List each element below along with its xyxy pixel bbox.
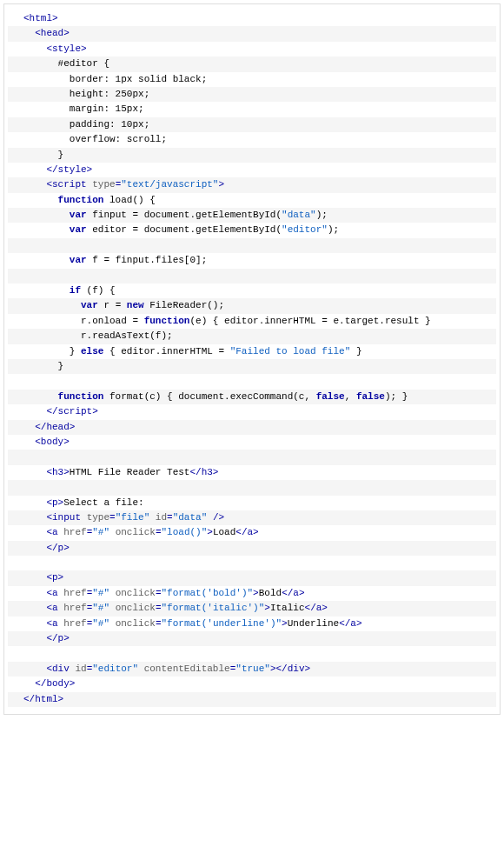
token-tag: <a	[46, 618, 63, 629]
code-line: <body>	[8, 435, 496, 450]
token-tag: </p>	[46, 633, 69, 643]
token-tag	[109, 618, 116, 629]
token-tag	[109, 588, 116, 598]
token-str: "format('bold')"	[161, 588, 253, 598]
code-line: </head>	[8, 420, 496, 435]
code-line: <script type="text/javascript">	[8, 177, 496, 192]
token-tag: >	[253, 588, 259, 598]
token-plain: FileReader();	[144, 300, 224, 310]
token-tag: <input	[46, 512, 86, 523]
token-str: "editor"	[282, 224, 328, 235]
code-line: <a href="#" onclick="format('italic')">I…	[8, 601, 496, 616]
token-tag: >	[207, 527, 213, 537]
token-tag: </p>	[46, 543, 69, 553]
code-line: if (f) {	[8, 283, 496, 298]
code-line: }	[8, 148, 496, 163]
token-attr: onclick	[116, 618, 156, 629]
token-tag: >	[270, 663, 276, 674]
token-plain: Italic	[270, 603, 305, 613]
code-line: }	[8, 359, 496, 374]
token-str: "format('italic')"	[161, 603, 264, 613]
code-line: <a href="#" onclick="format('bold')">Bol…	[8, 586, 496, 601]
token-tag: </a>	[305, 603, 328, 613]
code-line: </html>	[8, 692, 496, 707]
token-attr: onclick	[116, 588, 156, 598]
code-line	[8, 374, 496, 389]
token-tag: </body>	[35, 678, 75, 689]
token-tag: >	[264, 603, 270, 613]
code-line: <html>	[8, 11, 496, 26]
token-plain: (e) { editor.innerHTML = e.target.result…	[189, 316, 430, 326]
token-tag: <a	[46, 588, 63, 598]
token-str: "#"	[92, 618, 109, 629]
token-plain: Select a file:	[63, 497, 143, 508]
token-str: "#"	[92, 588, 109, 598]
token-kw: var	[81, 300, 98, 310]
token-plain: HTML File Reader Test	[70, 467, 190, 477]
token-tag: </a>	[339, 618, 361, 629]
token-plain: r.readAsText(f);	[81, 330, 173, 341]
token-tag: </script	[46, 406, 92, 417]
code-line: var r = new FileReader();	[8, 298, 496, 313]
token-plain: height: 250px;	[70, 89, 149, 99]
token-kw: function	[144, 316, 190, 326]
token-kw: var	[70, 224, 87, 235]
token-tag: <script	[46, 179, 92, 190]
token-str: "true"	[235, 663, 270, 674]
token-tag: </h3>	[189, 467, 218, 477]
token-tag: =	[109, 512, 116, 523]
code-line: r.onload = function(e) { editor.innerHTM…	[8, 314, 496, 329]
token-str: "#"	[92, 603, 109, 613]
token-attr: type	[92, 179, 115, 190]
token-plain: format(c) { document.execCommand(c,	[103, 391, 315, 402]
code-line: <p>Select a file:	[8, 496, 496, 510]
token-plain: );	[316, 210, 328, 220]
code-line: margin: 15px;	[8, 102, 496, 117]
token-tag: =	[167, 512, 173, 523]
token-tag: <p>	[46, 572, 63, 583]
token-tag: <div	[46, 663, 75, 674]
token-plain: load() {	[103, 195, 155, 205]
token-plain: border: 1px solid black;	[70, 74, 207, 84]
code-line: function format(c) { document.execComman…	[8, 390, 496, 404]
token-plain: (f) {	[81, 285, 116, 296]
token-tag: </a>	[235, 527, 258, 537]
token-kw: var	[70, 210, 87, 220]
token-plain: }	[70, 346, 81, 357]
code-line: </body>	[8, 677, 496, 691]
token-attr: onclick	[116, 603, 156, 613]
token-tag	[149, 512, 156, 523]
token-tag: <html>	[23, 13, 58, 23]
token-plain: }	[350, 346, 361, 357]
code-line: overflow: scroll;	[8, 132, 496, 147]
token-tag: >	[218, 179, 224, 190]
token-tag: <body>	[35, 437, 70, 447]
code-line: height: 250px;	[8, 87, 496, 102]
token-attr: type	[87, 512, 109, 523]
token-tag: >	[282, 618, 288, 629]
token-kw: function	[58, 195, 104, 205]
token-plain: ,	[345, 391, 356, 402]
token-attr: id	[156, 512, 167, 523]
token-plain: Bold	[259, 588, 282, 598]
token-plain: );	[328, 224, 339, 235]
token-tag	[109, 603, 116, 613]
token-tag: <h3>	[46, 467, 69, 477]
token-tag: <style>	[46, 43, 86, 54]
token-tag: </a>	[282, 588, 304, 598]
token-tag: </div>	[276, 663, 311, 674]
token-str: "text/javascript"	[121, 179, 218, 190]
token-str: "#"	[92, 527, 109, 537]
token-attr: href	[63, 527, 86, 537]
token-plain: overflow: scroll;	[70, 134, 167, 144]
code-line: <input type="file" id="data" />	[8, 510, 496, 525]
token-kw: new	[127, 300, 144, 310]
token-attr: href	[63, 618, 86, 629]
token-plain: editor = document.getElementById(	[87, 224, 282, 235]
code-line	[8, 238, 496, 253]
code-line: var editor = document.getElementById("ed…	[8, 223, 496, 237]
code-line: } else { editor.innerHTML = "Failed to l…	[8, 344, 496, 359]
token-tag: <head>	[35, 28, 70, 38]
token-attr: href	[63, 603, 86, 613]
token-plain: { editor.innerHTML =	[103, 346, 229, 357]
